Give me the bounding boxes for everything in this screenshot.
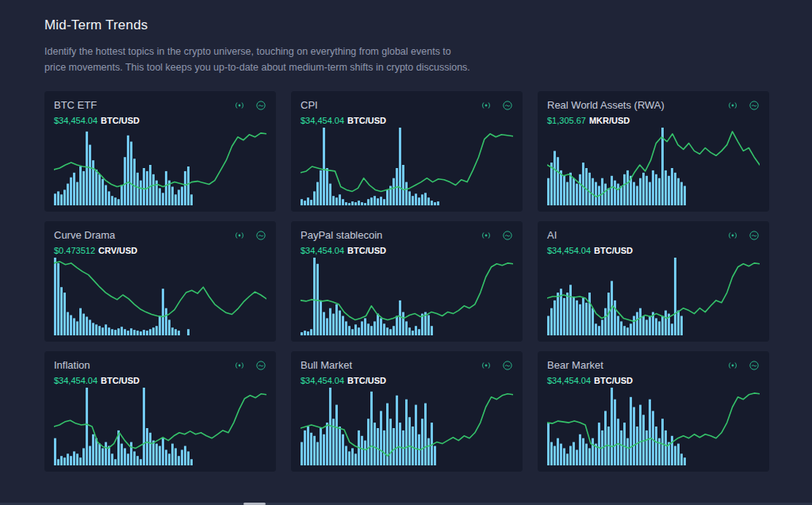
trend-card[interactable]: Bear Market $34,454.04BTC bbox=[538, 351, 769, 472]
radar-icon[interactable] bbox=[234, 360, 245, 371]
card-pair: BTC/USD bbox=[347, 246, 386, 255]
card-title: Real World Assets (RWA) bbox=[547, 99, 665, 111]
gauge-icon[interactable] bbox=[255, 100, 266, 111]
price-row: $34,454.04BTC/USD bbox=[54, 376, 266, 386]
card-title: Curve Drama bbox=[54, 229, 115, 241]
gauge-icon[interactable] bbox=[749, 100, 760, 111]
card-price: $34,454.04 bbox=[547, 376, 591, 385]
card-pair: MKR/USD bbox=[589, 116, 630, 125]
card-title: Bull Market bbox=[301, 359, 352, 371]
page-header: Mid-Term Trends Identify the hottest top… bbox=[44, 17, 470, 75]
page-title: Mid-Term Trends bbox=[44, 17, 470, 33]
card-actions bbox=[727, 100, 760, 111]
card-title: Inflation bbox=[54, 359, 90, 371]
gauge-icon[interactable] bbox=[749, 230, 760, 241]
social-volume-price-chart bbox=[547, 258, 760, 335]
price-row: $34,454.04BTC/USD bbox=[547, 376, 760, 386]
social-volume-price-chart bbox=[301, 258, 513, 335]
card-pair: BTC/USD bbox=[101, 116, 140, 125]
card-pair: BTC/USD bbox=[594, 246, 633, 255]
card-header: PayPal stablecoin bbox=[301, 229, 513, 241]
trend-card[interactable]: CPI $34,454.04BTC/USD bbox=[291, 91, 523, 212]
card-pair: BTC/USD bbox=[101, 376, 140, 385]
trend-card[interactable]: Inflation $34,454.04BTC/U bbox=[44, 351, 276, 472]
card-price: $34,454.04 bbox=[301, 246, 344, 255]
card-price: $34,454.04 bbox=[301, 116, 344, 125]
card-header: Curve Drama bbox=[54, 229, 266, 241]
social-volume-price-chart bbox=[54, 388, 266, 465]
gauge-icon[interactable] bbox=[255, 360, 266, 371]
page-description-line1: Identify the hottest topics in the crypt… bbox=[44, 44, 470, 59]
radar-icon[interactable] bbox=[727, 360, 738, 371]
card-title: CPI bbox=[301, 99, 318, 111]
card-header: CPI bbox=[301, 99, 513, 111]
card-header: Inflation bbox=[54, 359, 266, 371]
mid-term-trends-page: { "page": { "title": "Mid-Term Trends", … bbox=[0, 0, 812, 505]
price-row: $34,454.04BTC/USD bbox=[54, 116, 266, 126]
card-actions bbox=[727, 360, 760, 371]
card-price: $34,454.04 bbox=[301, 376, 344, 385]
radar-icon[interactable] bbox=[481, 230, 492, 241]
card-actions bbox=[727, 230, 760, 241]
card-actions bbox=[234, 100, 266, 111]
card-header: Bull Market bbox=[301, 359, 513, 371]
social-volume-price-chart bbox=[301, 128, 513, 205]
card-pair: BTC/USD bbox=[347, 116, 386, 125]
radar-icon[interactable] bbox=[727, 230, 738, 241]
card-header: Real World Assets (RWA) bbox=[547, 99, 760, 111]
price-row: $1,305.67MKR/USD bbox=[547, 116, 760, 126]
gauge-icon[interactable] bbox=[749, 360, 760, 371]
radar-icon[interactable] bbox=[481, 100, 492, 111]
gauge-icon[interactable] bbox=[255, 230, 266, 241]
card-actions bbox=[234, 360, 266, 371]
social-volume-price-chart bbox=[301, 388, 513, 465]
card-title: Bear Market bbox=[547, 359, 603, 371]
card-price: $0.473512 bbox=[54, 246, 95, 255]
trend-card[interactable]: AI $34,454.04BTC/USD bbox=[538, 221, 769, 342]
card-header: BTC ETF bbox=[54, 99, 266, 111]
gauge-icon[interactable] bbox=[502, 100, 513, 111]
trend-card[interactable]: PayPal stablecoin $34,454 bbox=[291, 221, 523, 342]
trend-card[interactable]: Bull Market $34,454.04BTC bbox=[291, 351, 523, 472]
social-volume-price-chart bbox=[547, 128, 760, 205]
cards-grid: BTC ETF $34,454.04BTC/USD bbox=[44, 91, 769, 472]
price-row: $0.473512CRV/USD bbox=[54, 246, 266, 256]
card-price: $34,454.04 bbox=[547, 246, 591, 255]
card-title: AI bbox=[547, 229, 557, 241]
card-pair: BTC/USD bbox=[594, 376, 633, 385]
card-title: BTC ETF bbox=[54, 99, 97, 111]
social-volume-price-chart bbox=[547, 388, 760, 465]
card-pair: CRV/USD bbox=[98, 246, 137, 255]
radar-icon[interactable] bbox=[234, 100, 245, 111]
price-row: $34,454.04BTC/USD bbox=[547, 246, 760, 256]
card-actions bbox=[234, 230, 266, 241]
price-row: $34,454.04BTC/USD bbox=[301, 376, 513, 386]
social-volume-price-chart bbox=[54, 258, 266, 335]
card-price: $1,305.67 bbox=[547, 116, 586, 125]
card-actions bbox=[481, 230, 513, 241]
trend-card[interactable]: Curve Drama $0.473512CRV/ bbox=[44, 221, 276, 342]
card-price: $34,454.04 bbox=[54, 116, 98, 125]
radar-icon[interactable] bbox=[481, 360, 492, 371]
gauge-icon[interactable] bbox=[502, 360, 513, 371]
card-price: $34,454.04 bbox=[54, 376, 98, 385]
page-description: Identify the hottest topics in the crypt… bbox=[44, 44, 470, 75]
card-title: PayPal stablecoin bbox=[301, 229, 382, 241]
card-actions bbox=[481, 360, 513, 371]
card-header: AI bbox=[547, 229, 760, 241]
social-volume-price-chart bbox=[54, 128, 266, 205]
price-row: $34,454.04BTC/USD bbox=[301, 116, 513, 126]
trend-card[interactable]: BTC ETF $34,454.04BTC/USD bbox=[44, 91, 276, 212]
price-row: $34,454.04BTC/USD bbox=[301, 246, 513, 256]
trend-card[interactable]: Real World Assets (RWA) $ bbox=[538, 91, 769, 212]
gauge-icon[interactable] bbox=[502, 230, 513, 241]
card-pair: BTC/USD bbox=[347, 376, 386, 385]
page-description-line2: price movements. This tool keeps you up-… bbox=[44, 59, 470, 75]
card-actions bbox=[481, 100, 513, 111]
radar-icon[interactable] bbox=[234, 230, 245, 241]
card-header: Bear Market bbox=[547, 359, 760, 371]
radar-icon[interactable] bbox=[727, 100, 738, 111]
